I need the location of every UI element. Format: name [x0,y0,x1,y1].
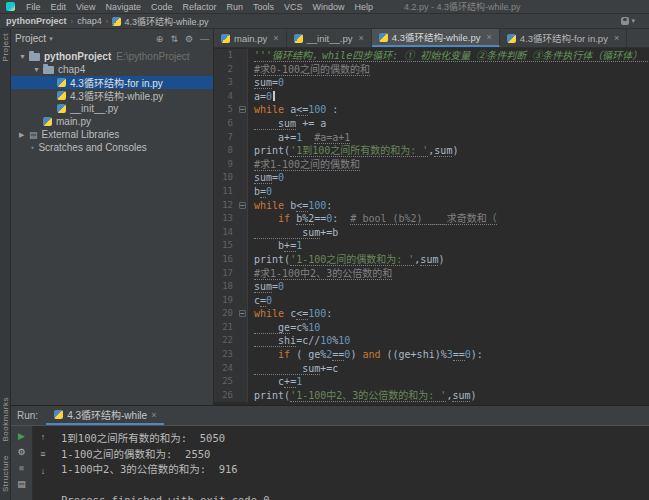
breadcrumb-item[interactable]: pythonProject [6,16,67,26]
line-number[interactable]: 14 [214,226,238,240]
expand-all-icon[interactable]: ⇅ [170,34,178,44]
toolwindow-project-button[interactable]: Project [1,33,10,61]
line-number[interactable]: 15 [214,239,238,253]
line-number[interactable]: 2 [214,63,238,77]
code-line[interactable]: 18sum=0 [214,280,649,294]
editor-tab[interactable]: main.py× [214,29,287,47]
code-editor[interactable]: 1'''循环结构，while四步循环: ① 初始化变量 ②条件判断 ③条件执行体… [214,48,649,405]
line-number[interactable]: 25 [214,375,238,389]
line-number[interactable]: 12 [214,199,238,213]
menu-code[interactable]: Code [146,2,178,12]
line-number[interactable]: 7 [214,131,238,145]
line-number[interactable]: 24 [214,362,238,376]
settings-icon[interactable]: ⚙ [185,34,193,44]
line-number[interactable]: 10 [214,171,238,185]
close-icon[interactable]: × [151,410,156,420]
fold-collapse-icon[interactable]: − [239,202,246,209]
code-line[interactable]: 16print('1-100之间的偶数和为: ',sum) [214,253,649,267]
code-line[interactable]: 4a=0 [214,90,649,104]
line-number[interactable]: 20 [214,307,238,321]
toolwindow-bookmarks-button[interactable]: Bookmarks [1,397,10,442]
code-line[interactable]: 11b=0 [214,185,649,199]
close-icon[interactable]: × [273,33,278,43]
line-number[interactable]: 17 [214,267,238,281]
tree-item[interactable]: ▼◔Scratches and Consoles [11,141,213,154]
code-line[interactable]: 23 if ( ge%2==0) and ((ge+shi)%3==0): [214,348,649,362]
code-line[interactable]: 24 sum+=c [214,362,649,376]
fold-collapse-icon[interactable]: − [239,106,246,113]
menu-navigate[interactable]: Navigate [100,2,146,12]
line-number[interactable]: 23 [214,348,238,362]
run-tab[interactable]: 4.3循环结构-while × [46,406,164,425]
menu-file[interactable]: File [21,2,46,12]
chevron-down-icon[interactable]: ▼ [33,66,43,73]
chevron-down-icon[interactable]: ▾ [49,35,53,43]
menu-tools[interactable]: Tools [248,2,279,12]
code-line[interactable]: 3sum=0 [214,76,649,90]
line-number[interactable]: 21 [214,321,238,335]
code-line[interactable]: 8print('1到100之间所有数的和为: ',sum) [214,144,649,158]
code-line[interactable]: 9#求1-100之间的偶数和 [214,158,649,172]
code-line[interactable]: 5−while a<=100 : [214,103,649,117]
line-number[interactable]: 6 [214,117,238,131]
code-line[interactable]: 14 sum+=b [214,226,649,240]
soft-wrap-icon[interactable]: ≡ [40,449,45,459]
menu-refactor[interactable]: Refactor [177,2,221,12]
close-icon[interactable]: × [358,33,363,43]
line-number[interactable]: 1 [214,49,238,63]
line-number[interactable]: 16 [214,253,238,267]
code-line[interactable]: 13 if b%2==0: # bool (b%2) ___求奇数和（ [214,212,649,226]
tree-item[interactable]: ▼pythonProjectE:\pythonProject [11,50,213,63]
up-stack-icon[interactable]: ↑ [41,432,46,442]
line-number[interactable]: 26 [214,389,238,403]
menu-edit[interactable]: Edit [46,2,72,12]
line-number[interactable]: 22 [214,334,238,348]
run-widget[interactable]: ▾ [621,17,643,25]
code-line[interactable]: 26print('1-100中2、3的公倍数的和为: ',sum) [214,389,649,403]
code-line[interactable]: 12−while b<=100: [214,199,649,213]
line-number[interactable]: 3 [214,76,238,90]
wrench-icon[interactable]: ⚙ [17,447,25,457]
line-number[interactable]: 19 [214,294,238,308]
code-line[interactable]: 2#求0-100之间的偶数的和 [214,63,649,77]
line-number[interactable]: 5 [214,103,238,117]
line-number[interactable]: 9 [214,158,238,172]
line-number[interactable]: 8 [214,144,238,158]
scroll-to-end-icon[interactable]: ↓ [41,466,46,476]
breadcrumb-item[interactable]: 4.3循环结构-while.py [112,15,208,28]
rerun-icon[interactable]: ▶ [18,431,25,441]
console-output[interactable]: 1到100之间所有数的和为: 50501-100之间的偶数和为: 25501-1… [53,426,649,500]
project-panel-title[interactable]: Project [15,33,46,44]
code-line[interactable]: 21 ge=c%10 [214,321,649,335]
fold-collapse-icon[interactable]: − [239,310,246,317]
close-icon[interactable]: × [486,32,491,42]
stop-icon[interactable]: ■ [19,463,24,473]
code-line[interactable]: 22 shi=c//10%10 [214,334,649,348]
tree-item[interactable]: ▼main.py [11,115,213,128]
line-number[interactable]: 4 [214,90,238,104]
menu-vcs[interactable]: VCS [279,2,308,12]
line-number[interactable]: 18 [214,280,238,294]
tree-item[interactable]: ▼4.3循环结构-while.py [11,89,213,102]
restore-layout-icon[interactable]: ▤ [17,479,26,489]
menu-run[interactable]: Run [221,2,248,12]
editor-tab[interactable]: __init__.py× [287,29,372,47]
menu-help[interactable]: Help [350,2,379,12]
tree-item[interactable]: ▼__init__.py [11,102,213,115]
line-number[interactable]: 11 [214,185,238,199]
tree-item[interactable]: ▶▤External Libraries [11,128,213,141]
breadcrumb-item[interactable]: chap4 [77,16,102,26]
code-line[interactable]: 17#求1-100中2、3的公倍数的和 [214,267,649,281]
editor-tab[interactable]: 4.3循环结构-for in.py× [500,29,627,47]
chevron-down-icon[interactable]: ▼ [19,53,29,60]
code-line[interactable]: 15 b+=1 [214,239,649,253]
code-line[interactable]: 20−while c<=100: [214,307,649,321]
locate-icon[interactable]: ⊕ [156,34,164,44]
menu-view[interactable]: View [71,2,100,12]
menu-window[interactable]: Window [308,2,350,12]
code-line[interactable]: 6 sum += a [214,117,649,131]
code-line[interactable]: 10sum=0 [214,171,649,185]
code-line[interactable]: 25 c+=1 [214,375,649,389]
code-line[interactable]: 19c=0 [214,294,649,308]
code-line[interactable]: 1'''循环结构，while四步循环: ① 初始化变量 ②条件判断 ③条件执行体… [214,49,649,63]
